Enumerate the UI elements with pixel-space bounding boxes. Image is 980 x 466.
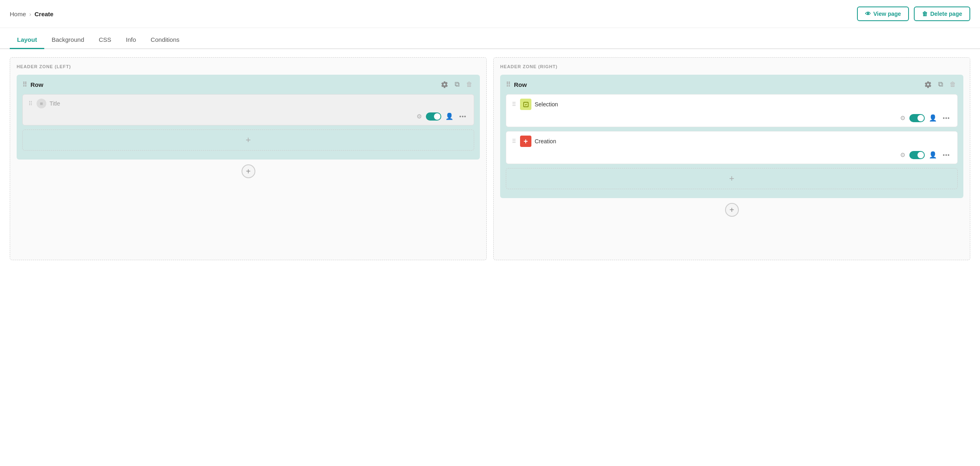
widget-title-person-icon: 👤 (445, 112, 453, 120)
add-widget-right-icon: + (729, 173, 734, 184)
widget-creation-row: ⠿ + Creation (512, 136, 952, 147)
row-left-gear-button[interactable] (439, 80, 450, 89)
row-right-copy-button[interactable]: ⧉ (937, 80, 945, 89)
widget-creation-toggle-thumb (917, 152, 924, 158)
row-card-left-header: ⠿ Row ⧉ 🗑 (22, 80, 474, 89)
add-row-left-icon: + (246, 167, 251, 176)
widget-title-bottom-actions: ⚙ 👤 ••• (28, 112, 468, 121)
breadcrumb-separator: › (29, 11, 31, 17)
widget-title-gear-button[interactable]: ⚙ (415, 112, 423, 121)
widget-creation-person-button[interactable]: 👤 (927, 150, 939, 160)
widget-title-dots-button[interactable]: ••• (458, 112, 468, 121)
widget-creation-person-icon: 👤 (929, 151, 937, 159)
tab-conditions[interactable]: Conditions (143, 31, 187, 49)
add-widget-left[interactable]: + (22, 129, 474, 151)
row-drag-handle-right[interactable]: ⠿ (506, 81, 511, 88)
widget-creation-toggle[interactable] (909, 151, 925, 159)
widget-selection-bottom-actions: ⚙ 👤 ••• (512, 113, 952, 123)
tab-layout[interactable]: Layout (10, 31, 44, 49)
tab-css[interactable]: CSS (91, 31, 119, 49)
top-bar: Home › Create 👁 View page 🗑 Delete page (0, 0, 980, 28)
widget-creation-gear-icon: ⚙ (900, 151, 905, 159)
widget-selection-person-icon: 👤 (929, 114, 937, 122)
widget-selection-icon (520, 99, 531, 110)
top-actions: 👁 View page 🗑 Delete page (857, 6, 970, 21)
widget-creation-drag[interactable]: ⠿ (512, 138, 516, 145)
add-widget-left-icon: + (246, 135, 251, 145)
add-row-right: + (500, 203, 963, 217)
widget-title-gear-icon: ⚙ (417, 113, 422, 120)
widget-creation-toggle-track[interactable] (909, 151, 925, 159)
widget-title-row: ⠿ ≡ Title (28, 99, 468, 108)
widget-selection-toggle-thumb (917, 115, 924, 121)
row-left-copy-button[interactable]: ⧉ (453, 80, 461, 89)
row-card-left-actions: ⧉ 🗑 (439, 80, 474, 89)
row-card-left: ⠿ Row ⧉ 🗑 (17, 75, 480, 160)
trash-page-icon: 🗑 (922, 11, 928, 17)
row-card-right-title: ⠿ Row (506, 81, 527, 88)
widget-selection-drag[interactable]: ⠿ (512, 101, 516, 108)
copy-icon-right: ⧉ (938, 80, 943, 88)
widget-selection-dots-icon: ••• (943, 115, 950, 121)
trash-icon-left: 🗑 (466, 81, 473, 88)
widget-title-drag[interactable]: ⠿ (28, 100, 32, 107)
zone-right: HEADER ZONE (RIGHT) ⠿ Row ⧉ (493, 57, 970, 260)
checkbox-icon (523, 101, 529, 108)
main-content: HEADER ZONE (LEFT) ⠿ Row ⧉ (0, 49, 980, 268)
widget-selection-item: ⠿ Selection ⚙ (506, 94, 958, 127)
gear-icon-left (441, 81, 448, 88)
trash-icon-right: 🗑 (950, 81, 956, 88)
row-drag-handle-left[interactable]: ⠿ (22, 81, 27, 88)
zone-right-label: HEADER ZONE (RIGHT) (500, 64, 963, 69)
widget-title-item: ⠿ ≡ Title ⚙ (22, 94, 474, 125)
row-card-right-header: ⠿ Row ⧉ 🗑 (506, 80, 958, 89)
widget-selection-label: Selection (535, 101, 558, 108)
tab-background[interactable]: Background (44, 31, 91, 49)
widget-title-icon: ≡ (37, 99, 46, 108)
add-row-left-button[interactable]: + (242, 164, 255, 178)
widget-selection-dots-button[interactable]: ••• (941, 114, 952, 122)
widget-creation-bottom-actions: ⚙ 👤 ••• (512, 150, 952, 160)
breadcrumb-current: Create (35, 11, 54, 17)
gear-icon-right (924, 81, 932, 88)
row-left-delete-button[interactable]: 🗑 (464, 80, 474, 89)
tab-info[interactable]: Info (119, 31, 143, 49)
row-card-left-title: ⠿ Row (22, 81, 43, 88)
row-right-delete-button[interactable]: 🗑 (948, 80, 958, 89)
widget-selection-gear-button[interactable]: ⚙ (898, 114, 907, 123)
widget-title-label: Title (50, 100, 60, 107)
widget-creation-gear-button[interactable]: ⚙ (898, 151, 907, 160)
zone-left-label: HEADER ZONE (LEFT) (17, 64, 480, 69)
widget-title-toggle[interactable] (426, 112, 441, 121)
add-row-left: + (17, 164, 480, 178)
widget-creation-dots-icon: ••• (943, 152, 950, 158)
widget-title-icon-title: ≡ Title (37, 99, 468, 108)
widget-title-person-button[interactable]: 👤 (444, 112, 455, 121)
zone-left: HEADER ZONE (LEFT) ⠿ Row ⧉ (10, 57, 487, 260)
row-card-right-actions: ⧉ 🗑 (923, 80, 958, 89)
widget-selection-person-button[interactable]: 👤 (927, 113, 939, 123)
widget-selection-row: ⠿ Selection (512, 99, 952, 110)
widget-selection-icon-title: Selection (520, 99, 952, 110)
widget-selection-toggle-track[interactable] (909, 114, 925, 122)
widget-creation-item: ⠿ + Creation ⚙ (506, 131, 958, 164)
add-widget-right[interactable]: + (506, 168, 958, 189)
copy-icon-left: ⧉ (455, 80, 460, 88)
tabs-bar: Layout Background CSS Info Conditions (0, 31, 980, 49)
breadcrumb-home[interactable]: Home (10, 11, 26, 17)
add-row-right-icon: + (730, 205, 734, 215)
widget-creation-icon: + (520, 136, 531, 147)
view-page-button[interactable]: 👁 View page (857, 6, 909, 21)
breadcrumb: Home › Create (10, 11, 54, 17)
widget-creation-icon-title: + Creation (520, 136, 952, 147)
widget-selection-gear-icon: ⚙ (900, 114, 905, 122)
row-card-right: ⠿ Row ⧉ 🗑 (500, 75, 963, 198)
widget-title-dots-icon: ••• (459, 113, 466, 120)
add-row-right-button[interactable]: + (725, 203, 739, 217)
widget-creation-dots-button[interactable]: ••• (941, 151, 952, 159)
widget-selection-toggle[interactable] (909, 114, 925, 122)
delete-page-button[interactable]: 🗑 Delete page (914, 6, 970, 21)
row-right-gear-button[interactable] (923, 80, 933, 89)
widget-title-toggle-track[interactable] (426, 112, 441, 121)
widget-title-toggle-thumb (434, 113, 440, 120)
